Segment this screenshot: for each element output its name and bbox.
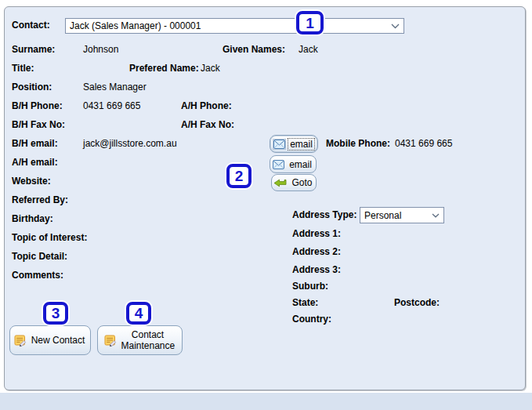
topic-of-interest-label: Topic of Interest:	[12, 231, 87, 244]
contact-label: Contact:	[12, 19, 50, 31]
notepad-edit-icon	[14, 334, 27, 347]
contact-dropdown[interactable]: Jack (Sales Manager) - 000001	[65, 18, 404, 34]
ah-fax-label: A/H Fax No:	[181, 118, 234, 131]
bh-email-label: B/H email:	[12, 137, 58, 150]
annotation-badge-1: 1	[296, 11, 324, 34]
mobile-phone-label: Mobile Phone:	[326, 137, 390, 150]
address-2-label: Address 2:	[292, 245, 341, 258]
address-type-dropdown-value: Personal	[364, 210, 401, 221]
mobile-phone-value: 0431 669 665	[395, 137, 452, 150]
new-contact-button-label: New Contact	[30, 335, 87, 346]
website-label: Website:	[12, 175, 51, 187]
title-label: Title:	[12, 62, 34, 74]
bh-phone-value: 0431 669 665	[83, 100, 140, 112]
bh-email-value: jack@jillsstore.com.au	[83, 137, 177, 150]
comments-label: Comments:	[12, 269, 63, 281]
given-names-label: Given Names:	[223, 43, 285, 56]
bh-fax-label: B/H Fax No:	[12, 118, 65, 131]
contact-dropdown-value: Jack (Sales Manager) - 000001	[70, 20, 201, 31]
surname-value: Johnson	[83, 43, 118, 56]
prefered-name-label: Prefered Name:	[129, 62, 199, 74]
surname-label: Surname:	[12, 43, 55, 56]
ah-email-label: A/H email:	[12, 156, 58, 169]
country-label: Country:	[292, 313, 331, 325]
suburb-label: Suburb:	[292, 280, 328, 292]
ah-phone-label: A/H Phone:	[181, 100, 232, 112]
contact-maintenance-button[interactable]: Contact Maintenance	[97, 325, 183, 355]
bh-email-button-label: email	[288, 139, 314, 150]
bh-phone-label: B/H Phone:	[12, 100, 63, 112]
given-names-value: Jack	[299, 43, 318, 56]
email-icon	[273, 160, 284, 169]
contact-details-panel: Contact: Jack (Sales Manager) - 000001 1…	[4, 6, 526, 390]
ah-email-button-label: email	[288, 159, 313, 170]
goto-arrow-icon	[273, 179, 287, 187]
topic-detail-label: Topic Detail:	[12, 250, 67, 263]
chevron-down-icon	[391, 24, 400, 29]
chevron-down-icon	[432, 213, 440, 218]
annotation-badge-3: 3	[43, 302, 68, 325]
address-type-label: Address Type:	[292, 209, 356, 221]
window-background-strip	[0, 393, 532, 410]
address-type-dropdown[interactable]: Personal	[360, 207, 444, 223]
address-1-label: Address 1:	[292, 227, 341, 240]
state-label: State:	[292, 296, 318, 309]
postcode-label: Postcode:	[394, 296, 440, 309]
position-label: Position:	[12, 81, 52, 93]
email-icon	[273, 140, 285, 149]
contact-maintenance-button-label: Contact Maintenance	[120, 329, 176, 351]
birthday-label: Birthday:	[12, 212, 53, 225]
position-value: Sales Manager	[83, 81, 147, 93]
notepad-edit-icon	[104, 334, 117, 347]
goto-button-label: Goto	[290, 177, 313, 188]
annotation-badge-4: 4	[126, 302, 151, 325]
new-contact-button[interactable]: New Contact	[9, 325, 91, 355]
ah-email-button[interactable]: email	[270, 155, 317, 173]
goto-button[interactable]: Goto	[271, 174, 317, 191]
annotation-badge-2: 2	[226, 164, 252, 188]
bh-email-button[interactable]: email	[270, 135, 318, 153]
referred-by-label: Referred By:	[12, 194, 68, 206]
prefered-name-value: Jack	[201, 62, 220, 74]
address-3-label: Address 3:	[292, 263, 341, 276]
